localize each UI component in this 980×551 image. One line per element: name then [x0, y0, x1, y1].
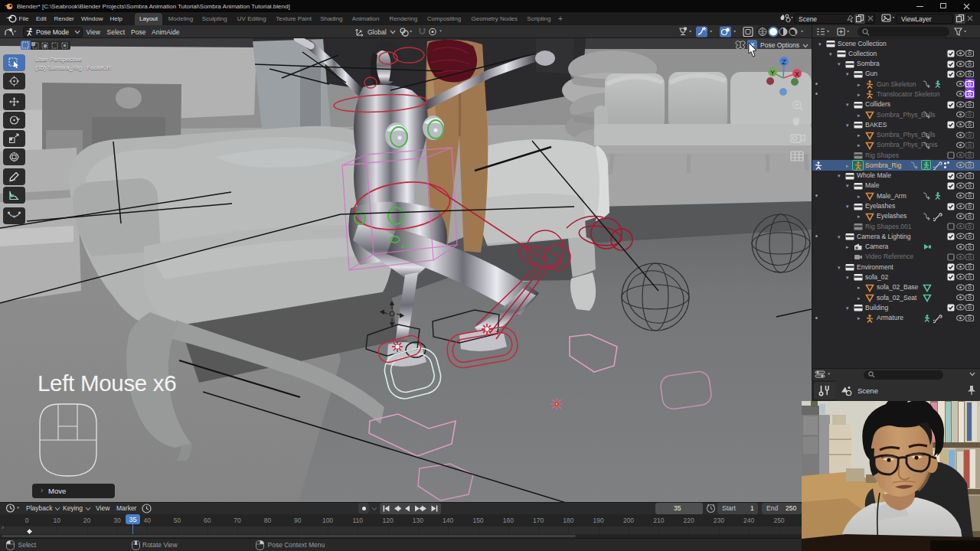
svg-text:Y: Y	[770, 69, 775, 77]
svg-text:X: X	[795, 70, 799, 78]
svg-text:Z: Z	[782, 58, 786, 66]
